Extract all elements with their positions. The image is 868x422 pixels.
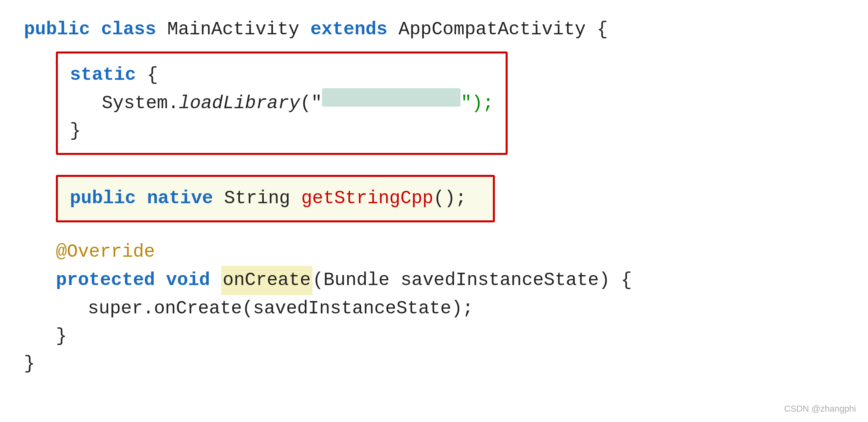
close-brace-line: }	[70, 117, 494, 145]
extends-keyword: extends	[310, 16, 399, 44]
class-declaration-line: public class MainActivity extends AppCom…	[24, 16, 844, 44]
method-close-brace: }	[56, 323, 67, 350]
method-close-brace-line: }	[56, 323, 844, 350]
void-keyword: void	[166, 267, 221, 294]
method-params: ();	[433, 185, 467, 212]
public-keyword: public	[24, 16, 101, 44]
parent-class: AppCompatActivity {	[399, 16, 608, 44]
static-keyword: static	[70, 61, 147, 89]
static-block-box: static { System.loadLibrary(" "); }	[56, 52, 508, 155]
watermark: CSDN @zhangphi	[784, 404, 856, 414]
native-method-box: public native String getStringCpp ();	[56, 175, 495, 222]
super-oncreate-line: super.onCreate(savedInstanceState);	[56, 295, 844, 323]
load-library-method: loadLibrary	[179, 90, 300, 117]
super-call: super.onCreate(savedInstanceState);	[88, 295, 473, 323]
system-call: System.	[102, 90, 179, 117]
class-keyword: class	[101, 16, 167, 44]
code-block: public class MainActivity extends AppCom…	[0, 0, 868, 394]
override-annotation-line: @Override	[56, 238, 844, 266]
class-close-brace: }	[24, 350, 35, 378]
load-library-line: System.loadLibrary(" ");	[70, 89, 494, 117]
class-close-brace-line: }	[24, 350, 844, 378]
public-keyword-2: public	[70, 185, 147, 212]
protected-keyword: protected	[56, 267, 166, 294]
override-annotation: @Override	[56, 238, 155, 266]
library-name-blurred	[322, 88, 461, 107]
static-line: static {	[70, 61, 494, 89]
class-name: MainActivity	[167, 16, 310, 44]
close-string: ");	[461, 90, 494, 117]
string-type: String	[224, 185, 301, 212]
method-name: getStringCpp	[301, 185, 433, 212]
native-keyword: native	[147, 185, 224, 212]
oncreate-params: (Bundle savedInstanceState) {	[312, 267, 632, 294]
open-paren: ("	[300, 90, 322, 117]
oncreate-method: onCreate	[221, 266, 312, 295]
oncreate-line: protected void onCreate (Bundle savedIns…	[56, 266, 844, 295]
open-brace: {	[147, 61, 158, 89]
close-brace: }	[70, 117, 81, 145]
native-method-line: public native String getStringCpp ();	[70, 185, 481, 212]
